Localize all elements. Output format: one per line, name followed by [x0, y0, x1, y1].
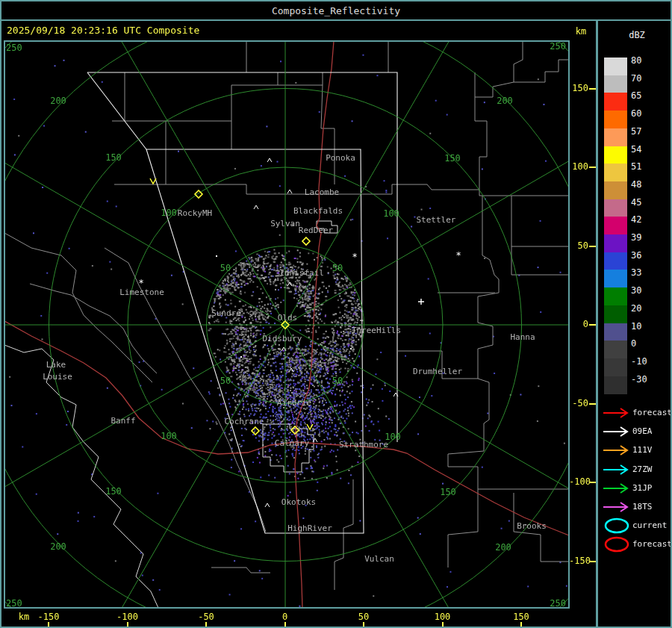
colorbar-value: 48 [631, 179, 665, 190]
legend-label: current [632, 520, 667, 530]
colorbar-value: 39 [631, 232, 665, 243]
bottom-axis-tick-label: 150 [499, 612, 544, 622]
bottom-axis-tick [48, 622, 49, 627]
colorbar-swatch [604, 128, 627, 146]
legend-arrow-icon [601, 405, 632, 421]
legend-ellipse-icon [601, 536, 632, 553]
legend-row: 31JP [598, 480, 670, 498]
reflectivity-clutter-canvas [5, 42, 568, 607]
legend-row: 27ZW [598, 461, 670, 479]
bottom-axis-tick [127, 622, 128, 627]
legend-arrow-icon [601, 461, 632, 478]
legend-row: 18TS [598, 499, 670, 517]
colorbar-value: 51 [631, 161, 665, 172]
colorbar-value: 42 [631, 214, 665, 225]
legend-row: forecast [598, 405, 670, 423]
colorbar-value: 33 [631, 267, 665, 278]
colorbar-swatch [604, 93, 627, 111]
legend-label: 111V [632, 445, 653, 455]
colorbar-value: 70 [631, 73, 665, 84]
colorbar-value: 45 [631, 197, 665, 208]
legend-row: current [598, 517, 670, 535]
colorbar-value: 36 [631, 250, 665, 261]
legend-row: 111V [598, 442, 670, 460]
colorbar-value: 57 [631, 126, 665, 137]
right-axis-tick [589, 246, 596, 247]
right-axis-tick [589, 167, 596, 168]
right-axis-unit-label: km [569, 26, 593, 37]
right-axis-tick-label: -50 [569, 398, 588, 408]
window-title-bar: Composite_Reflectivity [1, 1, 671, 21]
bottom-axis-tick-label: -150 [26, 612, 71, 622]
bottom-axis-tick [442, 622, 444, 627]
legend-label: 09EA [632, 426, 653, 436]
bottom-axis-tick [205, 622, 207, 627]
right-axis-tick [589, 88, 596, 90]
right-axis-tick-label: 150 [569, 83, 588, 93]
timestamp-label: 2025/09/18 20:23:16 UTC Composite [7, 25, 199, 36]
right-distance-axis: 150100500-50-100-150 [569, 22, 596, 628]
bottom-axis-tick-label: 50 [341, 612, 386, 622]
bottom-axis-tick [520, 622, 522, 627]
legend-arrow-icon [601, 442, 632, 458]
colorbar-swatch [604, 111, 627, 128]
colorbar-value: 80 [631, 55, 665, 66]
legend-label: forecast [632, 408, 672, 417]
colorbar-value: -10 [631, 356, 665, 367]
colorbar-value: 30 [631, 285, 665, 296]
legend-arrow-icon [601, 480, 632, 497]
colorbar-swatch [604, 287, 627, 305]
colorbar-value: 0 [631, 338, 665, 349]
legend-label: 27ZW [632, 464, 653, 474]
right-axis-tick-label: 100 [569, 161, 588, 172]
colorbar-swatch [604, 270, 627, 287]
bottom-distance-axis: km -150-100-50050100150 [0, 608, 596, 628]
bottom-axis-tick-label: -100 [105, 612, 150, 622]
colorbar-swatch [604, 181, 627, 199]
colorbar-panel: dBZ 807065605754514845423936333020100-10… [598, 22, 670, 627]
right-axis-tick-label: -100 [569, 476, 588, 487]
colorbar-value: -30 [631, 374, 665, 385]
colorbar-title: dBZ [615, 30, 659, 40]
right-axis-tick [589, 561, 596, 562]
colorbar-swatch [604, 164, 627, 181]
legend-label: 31JP [632, 483, 653, 493]
legend-label: 18TS [632, 502, 653, 512]
legend-row: forecast [598, 536, 670, 554]
legend-row: 09EA [598, 423, 670, 441]
colorbar-value: 65 [631, 90, 665, 101]
colorbar-swatch [604, 358, 627, 376]
legend-label: forecast [632, 539, 672, 549]
legend-arrow-icon [601, 499, 632, 515]
bottom-axis-tick-label: 0 [263, 612, 308, 622]
colorbar-swatch [604, 234, 627, 252]
window-title: Composite_Reflectivity [272, 5, 400, 16]
colorbar-swatch [604, 75, 627, 93]
colorbar-value: 60 [631, 108, 665, 119]
legend-ellipse-icon [601, 517, 632, 534]
colorbar-value: 20 [631, 303, 665, 314]
bottom-axis-tick-label: 100 [420, 612, 465, 622]
right-axis-tick [589, 324, 596, 326]
bottom-axis-tick [284, 622, 286, 627]
legend-arrow-icon [601, 423, 632, 440]
colorbar-swatch [604, 323, 627, 341]
colorbar-swatch [604, 252, 627, 270]
bottom-axis-tick [363, 622, 364, 627]
colorbar-swatch [604, 57, 627, 75]
right-axis-tick [589, 482, 596, 483]
colorbar-swatch [604, 341, 627, 358]
panel-separator [596, 21, 598, 628]
colorbar-swatch [604, 199, 627, 217]
right-axis-tick-label: 0 [569, 319, 588, 329]
colorbar-value: 54 [631, 144, 665, 155]
right-axis-tick-label: -150 [569, 556, 588, 566]
right-axis-tick [589, 403, 596, 405]
colorbar-swatch [604, 146, 627, 164]
right-axis-tick-label: 50 [569, 240, 588, 251]
bottom-axis-tick-label: -50 [184, 612, 228, 622]
colorbar-swatch [604, 217, 627, 234]
colorbar-swatch [604, 305, 627, 323]
colorbar-swatch [604, 376, 627, 394]
colorbar-value: 10 [631, 321, 665, 332]
